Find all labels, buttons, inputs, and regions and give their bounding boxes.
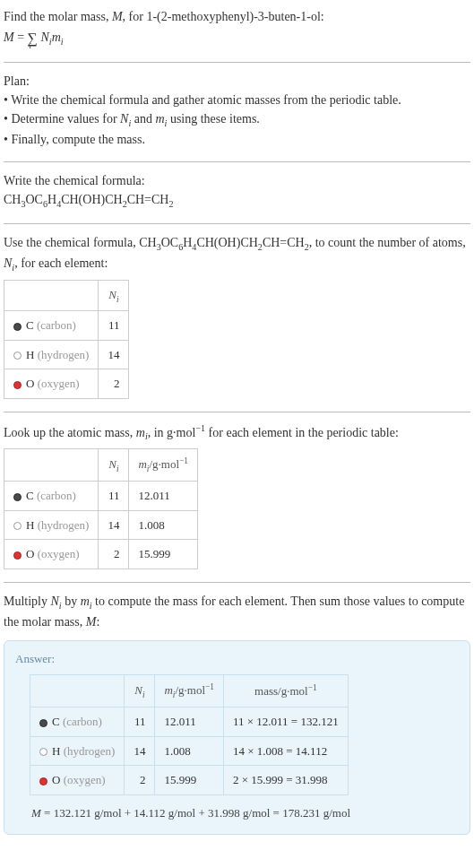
hydrogen-dot-icon xyxy=(13,352,22,360)
eq-N: N xyxy=(38,30,49,44)
n-cell: 2 xyxy=(99,369,129,399)
table-row: O (oxygen)215.9992 × 15.999 = 31.998 xyxy=(30,766,349,795)
th-n-a: N xyxy=(108,457,116,471)
el-name: (carbon) xyxy=(34,318,76,332)
table-row: H (hydrogen)141.008 xyxy=(4,510,198,540)
chemical-formula: CH3OC6H4CH(OH)CH2CH=CH2 xyxy=(4,190,470,211)
rule xyxy=(4,412,470,412)
el-sym: O xyxy=(26,377,34,390)
table-row: O (oxygen)2 xyxy=(4,369,129,399)
count-section: Use the chemical formula, CH3OC6H4CH(OH)… xyxy=(4,233,470,399)
cf-p: CH(OH)CH xyxy=(61,193,122,206)
count-table: Ni C (carbon)11 H (hydrogen)14 O (oxygen… xyxy=(4,280,129,399)
th-n-b: i xyxy=(142,690,145,699)
plan-bullet-3: • Finally, compute the mass. xyxy=(4,130,470,149)
calc-cell: 14 × 1.008 = 14.112 xyxy=(223,736,348,766)
th-m-a: m xyxy=(138,458,146,472)
count-text: Use the chemical formula, CH3OC6H4CH(OH)… xyxy=(4,233,470,274)
th-n-a: N xyxy=(134,683,142,697)
intro-text2: , for 1-(2-methoxyphenyl)-3-buten-1-ol: xyxy=(123,10,324,23)
carbon-dot-icon xyxy=(13,493,22,501)
el-cell: C (carbon) xyxy=(4,482,99,511)
eq-m: m xyxy=(52,30,61,44)
plan-bullet-1: • Write the chemical formula and gather … xyxy=(4,91,470,109)
plan-b2a: • Determine values for xyxy=(4,112,120,126)
th-mass: mass/g·mol−1 xyxy=(223,675,348,707)
hydrogen-dot-icon xyxy=(39,748,47,756)
calc-cell: 11 × 12.011 = 132.121 xyxy=(223,707,348,737)
count-formula: CH3OC6H4CH(OH)CH2CH=CH2 xyxy=(139,236,309,249)
m-cell: 12.011 xyxy=(155,707,224,737)
intro-text: Find the molar mass, xyxy=(4,10,112,23)
th-m-c: /g·mol xyxy=(175,684,205,698)
rule xyxy=(4,161,470,162)
table-header-row: Ni xyxy=(4,280,129,311)
eq-mi: i xyxy=(61,37,64,47)
el-name: (oxygen) xyxy=(34,377,79,390)
th-n: Ni xyxy=(99,449,129,482)
table-header-row: Ni mi/g·mol−1 xyxy=(4,449,198,482)
answer-table: Ni mi/g·mol−1 mass/g·mol−1 C (carbon)111… xyxy=(30,674,349,794)
th-m-d: −1 xyxy=(205,682,214,691)
el-cell: O (oxygen) xyxy=(30,766,125,795)
mass-text: Look up the atomic mass, mi, in g·mol−1 … xyxy=(4,421,470,444)
el-cell: H (hydrogen) xyxy=(4,340,99,369)
cf-s: 2 xyxy=(168,199,173,209)
mt3: for each element in the periodic table: xyxy=(205,425,399,438)
m-cell: 12.011 xyxy=(129,482,198,511)
n-cell: 14 xyxy=(99,340,129,369)
oxygen-dot-icon xyxy=(39,777,47,786)
hydrogen-dot-icon xyxy=(13,522,22,530)
el-name: (hydrogen) xyxy=(34,518,89,532)
el-sym: C xyxy=(26,318,34,332)
cf-p: H xyxy=(47,193,56,206)
th-m-a: m xyxy=(164,684,172,698)
rule xyxy=(4,223,470,224)
el-cell: O (oxygen) xyxy=(4,369,99,399)
el-sym: C xyxy=(26,489,34,502)
el-name: (hydrogen) xyxy=(60,744,115,758)
el-name: (oxygen) xyxy=(34,547,79,560)
th-m: mi/g·mol−1 xyxy=(129,449,198,482)
intro-line: Find the molar mass, M, for 1-(2-methoxy… xyxy=(4,7,470,26)
cf-p: CH xyxy=(4,193,21,206)
el-sym: O xyxy=(26,547,34,560)
oxygen-dot-icon xyxy=(13,381,22,389)
eq-eq: = xyxy=(14,30,28,44)
th-n-b: i xyxy=(116,294,119,303)
formula-section: Write the chemical formula: CH3OC6H4CH(O… xyxy=(4,171,470,211)
el-name: (oxygen) xyxy=(60,773,105,786)
th-mass-b: −1 xyxy=(308,683,317,692)
plan-bullet-2: • Determine values for Ni and mi using t… xyxy=(4,109,470,130)
el-cell: C (carbon) xyxy=(30,707,125,737)
multiply-section: Multiply Ni by mi to compute the mass fo… xyxy=(4,592,470,835)
th-m-c: /g·mol xyxy=(149,458,179,472)
answer-box: Answer: Ni mi/g·mol−1 mass/g·mol−1 C (ca… xyxy=(4,640,470,835)
th-n: Ni xyxy=(99,280,129,311)
mu1: Multiply xyxy=(4,595,51,608)
m-cell: 1.008 xyxy=(129,510,198,540)
plan-b2c: using these items. xyxy=(167,112,259,126)
cf-p: H xyxy=(183,236,192,249)
mu4: : xyxy=(96,615,99,629)
n-cell: 2 xyxy=(125,766,155,795)
ct-N: N xyxy=(4,256,12,270)
th-n: Ni xyxy=(125,675,155,707)
th-blank xyxy=(4,449,99,482)
n-cell: 11 xyxy=(99,311,129,341)
el-cell: C (carbon) xyxy=(4,311,99,341)
eq-M: M xyxy=(4,30,14,44)
table-row: H (hydrogen)14 xyxy=(4,340,129,369)
intro-M: M xyxy=(112,10,123,23)
mt-exp: −1 xyxy=(195,423,205,433)
th-mass-a: mass/g·mol xyxy=(254,685,308,699)
plan-mi-a: m xyxy=(155,112,164,126)
mu-m: m xyxy=(81,595,90,608)
cf-p: CH xyxy=(139,236,156,249)
mt2: , in g·mol xyxy=(148,425,196,438)
table-row: O (oxygen)215.999 xyxy=(4,540,198,569)
table-row: C (carbon)11 xyxy=(4,311,129,341)
table-row: C (carbon)1112.011 xyxy=(4,482,198,511)
th-blank xyxy=(4,280,99,311)
intro-equation: M = ∑i Nimi xyxy=(4,28,470,49)
